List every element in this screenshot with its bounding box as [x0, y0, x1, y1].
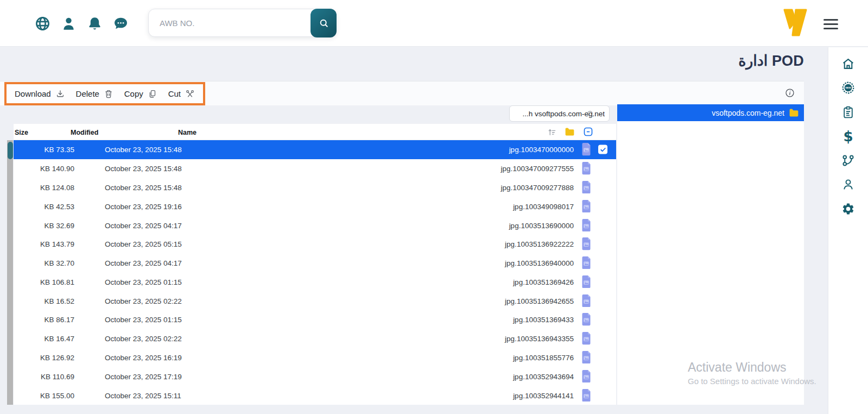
- table-row[interactable]: KB 86.17 October 23, 2025 01:15 jpg.1003…: [14, 310, 616, 329]
- file-table: Size Modified Name KB 73.35 October 23, …: [14, 124, 616, 405]
- tree-item-root[interactable]: vsoftpods.com-eg.net: [617, 104, 804, 121]
- file-image-icon: [581, 162, 592, 175]
- person-icon: [841, 178, 855, 191]
- row-name: jpg.100352944141: [513, 391, 574, 399]
- row-size: KB 73.35: [14, 146, 74, 154]
- row-size: KB 124.08: [14, 183, 74, 191]
- table-row[interactable]: KB 16.52 October 23, 2025 02:22 jpg.1003…: [14, 291, 616, 310]
- search-button[interactable]: [311, 9, 337, 37]
- sidebar-item-home[interactable]: [828, 52, 868, 76]
- delete-button[interactable]: Delete: [76, 89, 113, 99]
- file-image-icon: [581, 389, 592, 402]
- row-size: KB 126.92: [14, 353, 74, 361]
- row-modified: October 23, 2025 19:16: [105, 202, 182, 210]
- row-size: KB 42.53: [14, 202, 74, 210]
- branch-icon: [841, 154, 855, 167]
- file-image-icon: [581, 237, 592, 250]
- sidebar-item-billing[interactable]: $: [828, 124, 868, 149]
- table-scrollbar[interactable]: [7, 140, 13, 405]
- user-icon[interactable]: [61, 16, 77, 32]
- table-row[interactable]: KB 124.08 October 23, 2025 15:48 jpg.100…: [14, 178, 616, 197]
- download-icon: [55, 89, 65, 99]
- table-row[interactable]: KB 106.81 October 23, 2025 01:15 jpg.100…: [14, 272, 616, 291]
- row-size: KB 106.81: [14, 278, 74, 286]
- row-name: jpg.100351369433: [513, 316, 574, 324]
- file-image-icon: [581, 181, 592, 194]
- copy-icon: [148, 89, 157, 99]
- awb-search-box: [148, 9, 337, 37]
- row-size: KB 32.70: [14, 259, 74, 267]
- table-row[interactable]: KB 126.92 October 23, 2025 16:19 jpg.100…: [14, 348, 616, 367]
- topbar-icon-group: [35, 0, 129, 47]
- globe-icon[interactable]: [35, 16, 50, 32]
- table-row[interactable]: KB 73.35 October 23, 2025 15:48 jpg.1003…: [14, 140, 616, 159]
- home-icon: [841, 57, 855, 71]
- row-modified: October 23, 2025 01:15: [105, 278, 182, 286]
- sidebar-item-new[interactable]: NEW: [828, 76, 868, 101]
- settings-icon: [841, 202, 855, 216]
- row-modified: October 23, 2025 15:48: [105, 183, 182, 191]
- row-checkbox[interactable]: [598, 145, 607, 154]
- clipboard-icon: [841, 105, 855, 119]
- awb-search-input[interactable]: [149, 9, 307, 36]
- path-search-input[interactable]: [510, 106, 609, 121]
- row-name: jpg.10035136922222: [505, 240, 574, 248]
- tree-root-label: vsoftpods.com-eg.net: [712, 109, 784, 117]
- table-row[interactable]: KB 155.00 October 23, 2025 15:11 jpg.100…: [14, 386, 616, 405]
- table-row[interactable]: KB 32.70 October 23, 2025 04:17 jpg.1003…: [14, 254, 616, 273]
- row-size: KB 16.52: [14, 297, 74, 305]
- new-folder-icon[interactable]: [564, 126, 575, 137]
- collapse-icon[interactable]: [582, 126, 594, 137]
- file-image-icon: [581, 219, 592, 232]
- path-search-box: [509, 105, 610, 122]
- folder-tree-panel: vsoftpods.com-eg.net: [617, 104, 804, 405]
- row-size: KB 32.69: [14, 221, 74, 229]
- sidebar-item-branches[interactable]: [828, 148, 868, 173]
- row-name: jpg.1003513690000: [509, 221, 574, 229]
- row-size: KB 86.17: [14, 316, 74, 324]
- info-icon[interactable]: [785, 88, 795, 98]
- bell-icon[interactable]: [87, 16, 103, 32]
- column-header-modified[interactable]: Modified: [71, 129, 98, 136]
- cut-label: Cut: [168, 89, 181, 98]
- file-rows: KB 73.35 October 23, 2025 15:48 jpg.1003…: [14, 140, 616, 405]
- column-header-size[interactable]: Size: [15, 129, 28, 136]
- sort-icon[interactable]: [547, 127, 557, 137]
- file-image-icon: [581, 294, 592, 308]
- file-image-icon: [581, 313, 592, 326]
- folder-icon: [788, 107, 800, 118]
- search-icon: [319, 18, 329, 28]
- sidebar-item-profile[interactable]: [828, 173, 868, 197]
- table-row[interactable]: KB 140.90 October 23, 2025 15:48 jpg.100…: [14, 159, 616, 178]
- cut-button[interactable]: Cut: [168, 89, 195, 99]
- row-modified: October 23, 2025 02:22: [105, 297, 182, 305]
- table-row[interactable]: KB 16.47 October 23, 2025 02:22 jpg.1003…: [14, 329, 616, 348]
- row-name: jpg.10035136940000: [505, 259, 574, 267]
- sidebar-item-settings[interactable]: [828, 197, 868, 221]
- table-row[interactable]: KB 42.53 October 23, 2025 19:16 jpg.1003…: [14, 197, 616, 216]
- row-modified: October 23, 2025 16:19: [105, 353, 182, 361]
- scrollbar-thumb[interactable]: [8, 142, 13, 159]
- delete-label: Delete: [76, 89, 99, 98]
- table-row[interactable]: KB 32.69 October 23, 2025 04:17 jpg.1003…: [14, 216, 616, 235]
- row-modified: October 23, 2025 15:48: [105, 165, 182, 173]
- row-size: KB 110.69: [14, 372, 74, 380]
- row-size: KB 143.79: [14, 240, 74, 248]
- row-name: jpg.100347009277555: [501, 165, 574, 173]
- sidebar-item-reports[interactable]: [828, 100, 868, 124]
- chat-icon[interactable]: [113, 16, 129, 32]
- row-modified: October 23, 2025 02:22: [105, 335, 182, 343]
- column-header-name[interactable]: Name: [178, 129, 197, 136]
- copy-button[interactable]: Copy: [124, 89, 157, 99]
- file-image-icon: [581, 256, 592, 269]
- file-image-icon: [581, 332, 592, 345]
- file-image-icon: [581, 275, 592, 288]
- row-size: KB 140.90: [14, 165, 74, 173]
- menu-icon[interactable]: [823, 19, 838, 29]
- row-name: jpg.10035136943355: [505, 335, 574, 343]
- table-row[interactable]: KB 110.69 October 23, 2025 17:19 jpg.100…: [14, 367, 616, 386]
- copy-label: Copy: [124, 89, 143, 98]
- download-button[interactable]: Download: [15, 89, 65, 99]
- row-name: jpg.1003470000000: [509, 146, 574, 154]
- table-row[interactable]: KB 143.79 October 23, 2025 05:15 jpg.100…: [14, 235, 616, 254]
